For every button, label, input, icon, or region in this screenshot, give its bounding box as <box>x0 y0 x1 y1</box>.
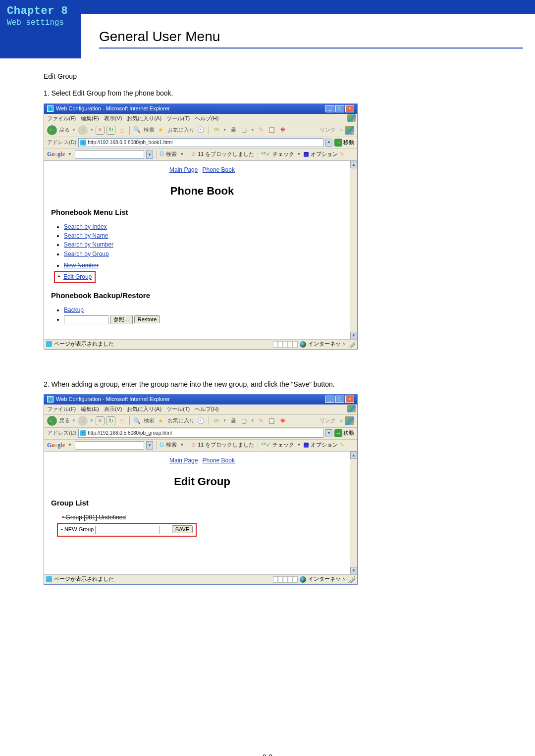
resize-grip-icon[interactable] <box>348 576 355 583</box>
google-logo-dd[interactable]: ▼ <box>67 151 73 157</box>
new-group-input[interactable] <box>95 526 160 534</box>
link-phone-book[interactable]: Phone Book <box>203 166 235 173</box>
forward-icon[interactable]: → <box>78 125 88 135</box>
favorites-star-icon[interactable]: ★ <box>157 126 165 135</box>
fwd-dd[interactable]: ▼ <box>90 418 94 424</box>
link-phone-book[interactable]: Phone Book <box>203 457 235 464</box>
google-option-icon[interactable] <box>304 152 309 157</box>
print-icon[interactable]: 🖶 <box>229 126 238 135</box>
clipboard-icon[interactable]: 📋 <box>268 126 276 135</box>
scroll-up-icon[interactable]: ▲ <box>350 161 357 168</box>
menu-favorites[interactable]: お気に入り(A) <box>127 115 161 123</box>
links-dd[interactable]: » <box>340 127 343 134</box>
google-search-icon[interactable]: G <box>160 150 164 158</box>
address-field[interactable]: e http://192.168.0.5:8080/pb_group.html <box>78 429 323 438</box>
google-search-label[interactable]: 検索 <box>166 441 177 449</box>
save-button[interactable]: SAVE <box>172 525 193 533</box>
clipboard-icon[interactable]: 📋 <box>268 416 276 425</box>
close-button[interactable]: × <box>345 396 354 403</box>
link-search-by-index[interactable]: Search by Index <box>64 223 107 230</box>
browse-button[interactable]: 参照... <box>110 315 132 324</box>
google-search-menu-dd[interactable]: ▼ <box>179 151 185 157</box>
favorites-label[interactable]: お気に入り <box>167 126 195 134</box>
menu-tools[interactable]: ツール(T) <box>166 405 190 413</box>
history-icon[interactable]: 🕘 <box>197 126 206 135</box>
menu-edit[interactable]: 編集(E) <box>81 115 99 123</box>
google-check-dd[interactable]: ▼ <box>296 151 302 157</box>
back-label[interactable]: 戻る <box>59 126 70 134</box>
scroll-down-icon[interactable]: ▼ <box>350 567 357 574</box>
close-button[interactable]: × <box>345 105 354 112</box>
address-dropdown[interactable]: ▼ <box>325 429 332 437</box>
menu-view[interactable]: 表示(V) <box>104 115 122 123</box>
back-icon[interactable]: ← <box>47 416 57 426</box>
home-icon[interactable]: ⌂ <box>117 416 126 425</box>
scroll-up-icon[interactable]: ▲ <box>350 452 357 459</box>
google-search-input[interactable] <box>75 441 144 450</box>
link-edit-group[interactable]: Edit Group <box>63 273 92 280</box>
link-search-by-name[interactable]: Search by Name <box>64 232 108 239</box>
menu-help[interactable]: ヘルプ(H) <box>195 115 218 123</box>
stop-icon[interactable]: × <box>96 126 105 135</box>
link-main-page[interactable]: Main Page <box>169 166 198 173</box>
discuss-icon[interactable]: ✎ <box>257 416 266 425</box>
favorites-star-icon[interactable]: ★ <box>157 416 165 425</box>
link-new-number-struck[interactable]: New Number <box>64 262 99 269</box>
menu-file[interactable]: ファイル(F) <box>47 115 76 123</box>
back-dd[interactable]: ▼ <box>72 418 76 424</box>
mail-dd[interactable]: ▼ <box>223 127 227 133</box>
menu-view[interactable]: 表示(V) <box>104 405 122 413</box>
avg-icon[interactable]: ❋ <box>278 416 287 425</box>
go-button[interactable]: → 移動 <box>334 429 354 437</box>
menu-edit[interactable]: 編集(E) <box>81 405 99 413</box>
google-check-icon[interactable]: ᴬᴮ✓ <box>261 151 270 158</box>
stop-icon[interactable]: × <box>96 416 105 425</box>
search-icon[interactable]: 🔍 <box>133 126 142 135</box>
page-dd[interactable]: ▼ <box>251 418 255 424</box>
google-option-icon[interactable] <box>304 443 309 448</box>
page-icon[interactable]: ▢ <box>240 126 249 135</box>
google-search-dd[interactable]: ▼ <box>146 151 153 159</box>
page-dd[interactable]: ▼ <box>251 127 255 133</box>
google-search-dd[interactable]: ▼ <box>146 441 153 450</box>
link-search-by-group[interactable]: Search by Group <box>64 251 109 257</box>
fwd-dd[interactable]: ▼ <box>90 127 94 133</box>
mail-dd[interactable]: ▼ <box>223 418 227 424</box>
search-label[interactable]: 検索 <box>144 126 155 134</box>
search-icon[interactable]: 🔍 <box>133 416 142 425</box>
maximize-button[interactable]: □ <box>335 396 344 403</box>
scroll-down-icon[interactable]: ▼ <box>350 332 357 339</box>
link-search-by-number[interactable]: Search by Number <box>64 241 113 248</box>
minimize-button[interactable]: _ <box>325 396 334 403</box>
avg-icon[interactable]: ❋ <box>278 126 287 135</box>
google-option-label[interactable]: オプション <box>311 441 338 449</box>
discuss-icon[interactable]: ✎ <box>257 126 266 135</box>
vertical-scrollbar[interactable]: ▲ ▼ <box>350 452 357 574</box>
back-icon[interactable]: ← <box>47 125 57 135</box>
google-check-label[interactable]: チェック <box>272 441 294 449</box>
link-main-page[interactable]: Main Page <box>169 457 198 464</box>
address-field[interactable]: e http://192.168.0.5:8080/ph_book1.html <box>78 138 323 147</box>
refresh-icon[interactable]: ↻ <box>107 416 115 425</box>
google-autofill-icon[interactable]: ✎ <box>340 151 344 158</box>
google-option-label[interactable]: オプション <box>311 151 338 158</box>
link-backup[interactable]: Backup <box>64 306 84 313</box>
history-icon[interactable]: 🕘 <box>197 416 206 425</box>
google-check-icon[interactable]: ᴬᴮ✓ <box>261 441 270 449</box>
address-dropdown[interactable]: ▼ <box>325 139 332 147</box>
links-label[interactable]: リンク <box>318 417 338 425</box>
google-block-icon[interactable]: ⊘ <box>191 441 196 449</box>
favorites-label[interactable]: お気に入り <box>167 417 195 425</box>
google-autofill-icon[interactable]: ✎ <box>340 441 344 449</box>
google-logo[interactable]: Google <box>47 150 65 158</box>
search-label[interactable]: 検索 <box>144 417 155 425</box>
menu-favorites[interactable]: お気に入り(A) <box>127 405 161 413</box>
links-label[interactable]: リンク <box>318 126 338 134</box>
google-search-menu-dd[interactable]: ▼ <box>179 442 185 448</box>
google-block-icon[interactable]: ⊘ <box>191 151 196 158</box>
maximize-button[interactable]: □ <box>335 105 344 112</box>
forward-icon[interactable]: → <box>78 416 88 426</box>
menu-tools[interactable]: ツール(T) <box>166 115 190 123</box>
file-input[interactable] <box>64 315 108 324</box>
google-search-input[interactable] <box>75 151 144 159</box>
